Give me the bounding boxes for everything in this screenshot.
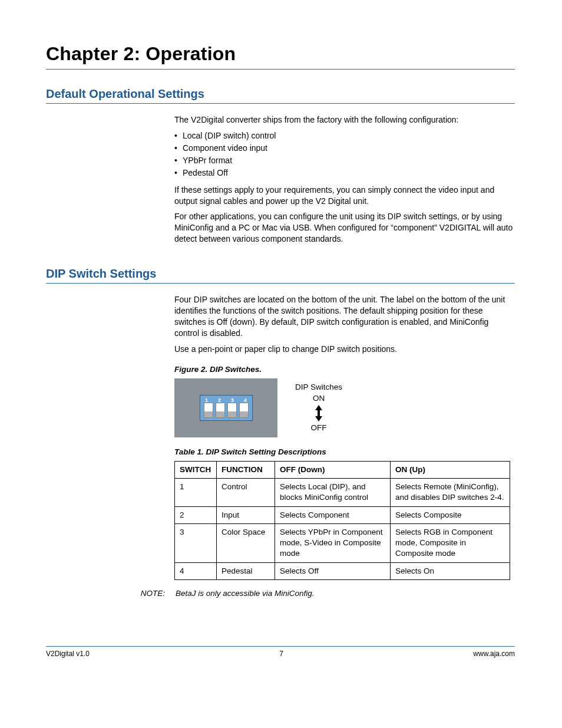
cell: Selects RGB in Component mode, Composite…: [391, 523, 510, 562]
dip-switch-table: SWITCH FUNCTION OFF (Down) ON (Up) 1 Con…: [174, 461, 510, 580]
defaults-body: The V2Digital converter ships from the f…: [174, 114, 515, 245]
page-footer: V2Digital v1.0 7 www.aja.com: [46, 646, 515, 658]
cell: Pedestal: [217, 562, 275, 579]
cell: Selects On: [391, 562, 510, 579]
cell: Selects Remote (MiniConfig), and disable…: [391, 479, 510, 506]
section-title-defaults: Default Operational Settings: [46, 86, 515, 102]
defaults-para-3: For other applications, you can configur…: [174, 211, 515, 245]
bullet-item: Component video input: [174, 143, 515, 154]
table-row: 3 Color Space Selects YPbPr in Component…: [175, 523, 510, 562]
table-row: 2 Input Selects Component Selects Compos…: [175, 506, 510, 523]
th-function: FUNCTION: [217, 461, 275, 478]
cell: 1: [175, 479, 217, 506]
table-header-row: SWITCH FUNCTION OFF (Down) ON (Up): [175, 461, 510, 478]
svg-marker-0: [315, 405, 322, 421]
section-title-dip: DIP Switch Settings: [46, 266, 515, 282]
double-arrow-icon: [295, 405, 342, 421]
dip-body: Four DIP switches are located on the bot…: [174, 294, 515, 580]
dip-legend: DIP Switches ON OFF: [295, 382, 342, 433]
cell: 4: [175, 562, 217, 579]
footer-left: V2Digital v1.0: [46, 649, 90, 658]
figure-row: 1234 DIP Switches ON OFF: [174, 378, 515, 437]
chapter-title: Chapter 2: Operation: [46, 41, 515, 68]
bullet-item: YPbPr format: [174, 155, 515, 166]
cell: Selects Component: [275, 506, 391, 523]
note-text: BetaJ is only accessible via MiniConfig.: [176, 588, 315, 599]
th-on: ON (Up): [391, 461, 510, 478]
cell: Selects Composite: [391, 506, 510, 523]
legend-on: ON: [295, 393, 342, 404]
legend-off: OFF: [295, 423, 342, 433]
dip-para-1: Four DIP switches are located on the bot…: [174, 294, 515, 339]
cell: 2: [175, 506, 217, 523]
cell: Control: [217, 479, 275, 506]
cell: Selects Off: [275, 562, 391, 579]
chapter-rule: [46, 69, 515, 70]
cell: Selects Local (DIP), and blocks MiniConf…: [275, 479, 391, 506]
section-rule: [46, 283, 515, 284]
footer-center: 7: [279, 649, 283, 658]
cell: 3: [175, 523, 217, 562]
bullet-item: Local (DIP switch) control: [174, 130, 515, 141]
bullet-item: Pedestal Off: [174, 167, 515, 179]
table-row: 4 Pedestal Selects Off Selects On: [175, 562, 510, 579]
section-rule: [46, 103, 515, 104]
dip-switch-photo: 1234: [174, 378, 277, 437]
table-row: 1 Control Selects Local (DIP), and block…: [175, 479, 510, 506]
defaults-intro: The V2Digital converter ships from the f…: [174, 114, 515, 126]
cell: Selects YPbPr in Component mode, S-Video…: [275, 523, 391, 562]
figure-caption: Figure 2. DIP Switches.: [174, 364, 515, 375]
note-label: NOTE:: [140, 588, 165, 599]
table-caption: Table 1. DIP Switch Setting Descriptions: [174, 447, 515, 457]
th-switch: SWITCH: [175, 461, 217, 478]
defaults-bullets: Local (DIP switch) control Component vid…: [174, 130, 515, 179]
footer-rule: [46, 646, 515, 647]
note-row: NOTE: BetaJ is only accessible via MiniC…: [140, 588, 515, 599]
cell: Color Space: [217, 523, 275, 562]
dip-para-2: Use a pen-point or paper clip to change …: [174, 344, 515, 355]
defaults-para-2: If these settings apply to your requirem…: [174, 185, 515, 207]
legend-title: DIP Switches: [295, 382, 342, 393]
footer-right: www.aja.com: [473, 649, 515, 658]
th-off: OFF (Down): [275, 461, 391, 478]
dip-chip: 1234: [200, 395, 253, 421]
cell: Input: [217, 506, 275, 523]
